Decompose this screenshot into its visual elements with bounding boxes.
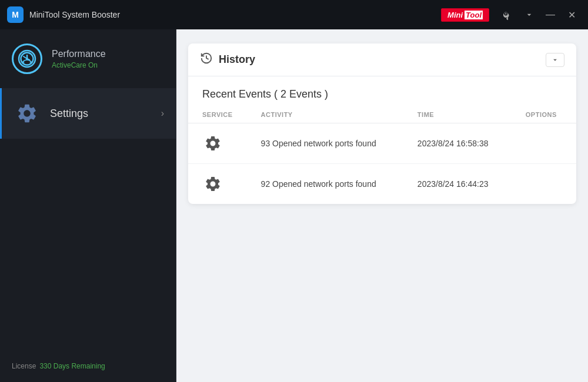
table-row: 92 Opened network ports found2023/8/24 1… (188, 164, 576, 205)
history-card: History Recent Events ( 2 Events ) SERVI… (188, 43, 576, 204)
history-dropdown[interactable] (546, 53, 564, 67)
settings-icon (14, 100, 41, 127)
main-layout: Performance ActiveCare On Settings › Lic… (0, 29, 588, 382)
service-icon-cell (188, 164, 247, 205)
col-time: TIME (403, 106, 512, 123)
minimize-button[interactable]: — (541, 5, 560, 24)
recent-events-title: Recent Events ( 2 Events ) (188, 76, 576, 106)
time-cell: 2023/8/24 16:58:38 (403, 123, 512, 164)
performance-icon (12, 43, 42, 74)
performance-text: Performance ActiveCare On (52, 49, 106, 69)
app-name: MiniTool System Booster (29, 10, 441, 19)
sidebar-item-settings[interactable]: Settings › (0, 88, 176, 139)
svg-point-0 (505, 13, 506, 14)
time-cell: 2023/8/24 16:44:23 (403, 164, 512, 205)
activity-cell: 93 Opened network ports found (247, 123, 403, 164)
gear-icon (202, 133, 223, 154)
settings-label: Settings (50, 108, 152, 120)
col-service: SERVICE (188, 106, 247, 123)
license-label: License (12, 362, 36, 370)
svg-point-4 (26, 58, 28, 60)
performance-status: ActiveCare On (52, 61, 106, 69)
sidebar-footer: License 330 Days Remaining (0, 350, 176, 382)
dropdown-button[interactable] (520, 5, 539, 24)
options-cell (512, 123, 576, 164)
table-row: 93 Opened network ports found2023/8/24 1… (188, 123, 576, 164)
brand-logo: Mini Tool (441, 8, 489, 22)
brand-tool-text: Tool (465, 11, 483, 19)
activity-cell: 92 Opened network ports found (247, 164, 403, 205)
history-icon (200, 52, 213, 68)
options-cell (512, 164, 576, 205)
performance-title: Performance (52, 49, 106, 59)
license-days: 330 Days Remaining (39, 362, 105, 370)
gear-icon (202, 173, 223, 195)
events-table: SERVICE ACTIVITY TIME OPTIONS 93 Opened … (188, 106, 576, 204)
brand-mini-text: Mini (447, 11, 463, 19)
sidebar-item-performance[interactable]: Performance ActiveCare On (0, 29, 176, 88)
key-button[interactable] (499, 5, 517, 24)
app-logo: M (7, 6, 24, 23)
history-header: History (188, 43, 576, 76)
settings-chevron-icon: › (161, 108, 164, 119)
col-activity: ACTIVITY (247, 106, 403, 123)
content-area: History Recent Events ( 2 Events ) SERVI… (176, 29, 588, 382)
close-button[interactable]: ✕ (562, 5, 581, 24)
col-options: OPTIONS (512, 106, 576, 123)
window-controls: — ✕ (499, 5, 581, 24)
sidebar: Performance ActiveCare On Settings › Lic… (0, 29, 176, 382)
history-title: History (219, 53, 540, 66)
titlebar: M MiniTool System Booster Mini Tool — ✕ (0, 0, 588, 29)
service-icon-cell (188, 123, 247, 164)
